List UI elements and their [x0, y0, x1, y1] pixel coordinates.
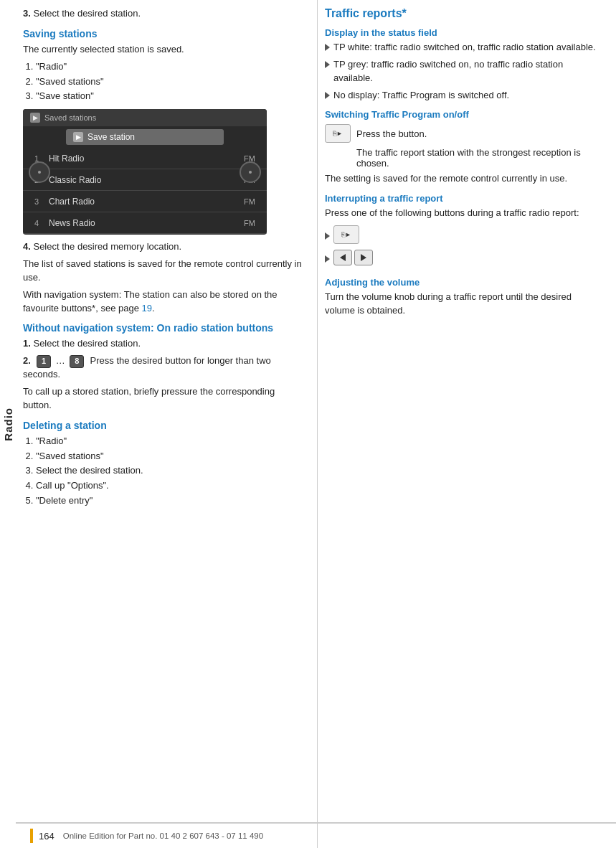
save-station-dialog: ▶ Save station — [66, 129, 224, 145]
without-nav-para: To call up a stored station, briefly pre… — [23, 385, 304, 413]
arrow-icon — [325, 44, 330, 51]
switch-para: The setting is saved for the remote cont… — [325, 172, 603, 186]
without-nav-step2: 2. 1 … 8 Press the desired button for lo… — [23, 354, 304, 382]
without-nav-heading: Without navigation system: On radio stat… — [23, 322, 304, 334]
list-item: "Delete entry" — [36, 494, 304, 508]
adjusting-text: Turn the volume knob during a traffic re… — [325, 291, 603, 318]
left-column: 3. Select the desired station. Saving st… — [16, 0, 317, 848]
footer-bar — [30, 829, 33, 843]
list-item: "Save station" — [36, 90, 304, 103]
button-1: 1 — [37, 355, 51, 368]
dialog-icon: ▶ — [73, 132, 83, 142]
switch-icon-row: ⎘► Press the button. — [325, 123, 603, 144]
knob-dot — [38, 171, 41, 174]
para2: With navigation system: The station can … — [23, 288, 304, 316]
bullet-tp-white: TP white: traffic radio switched on, tra… — [325, 41, 603, 55]
adjusting-heading: Adjusting the volume — [325, 277, 603, 288]
list-item: Select the desired station. — [36, 464, 304, 478]
saving-stations-list: "Radio" "Saved stations" "Save station" — [36, 60, 304, 104]
switch-line2: The traffic report station with the stro… — [356, 147, 603, 169]
deleting-list: "Radio" "Saved stations" Select the desi… — [36, 435, 304, 508]
nav-right-button[interactable] — [354, 250, 373, 265]
knob-dot — [249, 171, 252, 174]
screen-icon: ▶ — [30, 113, 40, 123]
main-content: 3. Select the desired station. Saving st… — [16, 0, 616, 848]
nav-left-button[interactable] — [333, 250, 352, 265]
sidebar: Radio — [0, 0, 16, 848]
nav-right-icon — [361, 254, 366, 261]
interrupting-intro: Press one of the following buttons durin… — [325, 207, 603, 220]
list-item: "Saved stations" — [36, 450, 304, 463]
button-8: 8 — [70, 355, 84, 368]
list-item: 2 Classic Radio FM — [23, 169, 267, 191]
nav-left-icon — [340, 254, 346, 261]
list-item: Call up "Options". — [36, 479, 304, 493]
knob-right[interactable] — [240, 161, 261, 183]
traffic-program-icon: ⎘► — [325, 124, 351, 143]
knob-left[interactable] — [29, 161, 50, 183]
interrupt-bullet2 — [325, 250, 603, 265]
display-status-heading: Display in the status field — [325, 27, 603, 38]
switch-line1: Press the button. — [356, 128, 427, 139]
bullet-tp-grey: TP grey: traffic radio switched on, no t… — [325, 58, 603, 85]
list-item: 1 Hit Radio FM — [23, 148, 267, 169]
right-column: Traffic reports* Display in the status f… — [317, 0, 616, 848]
deleting-heading: Deleting a station — [23, 420, 304, 431]
footer-text: Online Edition for Part no. 01 40 2 607 … — [63, 831, 263, 840]
list-item: "Radio" — [36, 60, 304, 74]
traffic-reports-heading: Traffic reports* — [325, 7, 603, 20]
bullet-no-display: No display: Traffic Program is switched … — [325, 89, 603, 103]
list-item: "Saved stations" — [36, 75, 304, 89]
sidebar-label: Radio — [2, 407, 14, 441]
saving-stations-heading: Saving stations — [23, 28, 304, 39]
page-link[interactable]: 19 — [142, 303, 152, 314]
step4: 4. Select the desired memory location. — [23, 240, 304, 254]
list-item: 4 News Radio FM — [23, 212, 267, 234]
radio-screen: ▶ Saved stations ▶ Save station 1 Hit Ra… — [23, 109, 267, 235]
nav-arrows — [333, 250, 373, 265]
step3-select: 3. Select the desired station. — [23, 7, 304, 21]
without-nav-step1: 1. Select the desired station. — [23, 337, 304, 351]
footer: 164 Online Edition for Part no. 01 40 2 … — [16, 822, 616, 848]
interrupting-heading: Interrupting a traffic report — [325, 193, 603, 204]
switching-heading: Switching Traffic Program on/off — [325, 109, 603, 120]
arrow-icon — [325, 232, 330, 240]
list-item: 3 Chart Radio FM — [23, 191, 267, 212]
page-number: 164 — [30, 829, 55, 843]
traffic-icon-button: ⎘► — [333, 225, 359, 244]
switch-line2-row: The traffic report station with the stro… — [325, 147, 603, 169]
screen-top-bar: ▶ Saved stations — [23, 109, 267, 126]
station-list: 1 Hit Radio FM 2 Classic Radio FM 3 Char… — [23, 148, 267, 235]
interrupt-bullet1: ⎘► — [325, 224, 603, 245]
arrow-icon — [325, 92, 330, 99]
list-item: "Radio" — [36, 435, 304, 448]
saving-stations-intro: The currently selected station is saved. — [23, 43, 304, 57]
para1: The list of saved stations is saved for … — [23, 258, 304, 285]
arrow-icon — [325, 255, 330, 263]
arrow-icon — [325, 61, 330, 68]
